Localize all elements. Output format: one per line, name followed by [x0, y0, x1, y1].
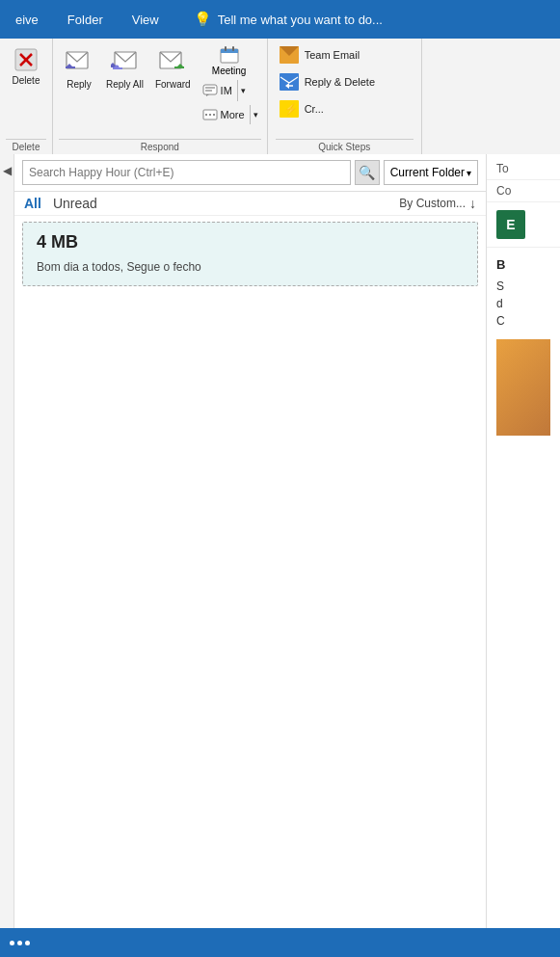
meeting-button[interactable]: Meeting	[198, 44, 261, 78]
svg-rect-18	[203, 85, 217, 94]
reply-delete-icon	[280, 72, 299, 92]
ribbon: eive Folder View 💡 Tell me what you want…	[0, 0, 560, 154]
qs-team-email-label: Team Email	[305, 49, 360, 61]
nav-view[interactable]: View	[126, 9, 165, 31]
respond-group: Reply Reply All	[53, 39, 268, 154]
delete-group-label: Delete	[6, 139, 46, 152]
folder-filter-dropdown[interactable]: Current Folder ▾	[384, 160, 478, 185]
quick-steps-items: Team Email Reply & Delete	[276, 42, 413, 137]
mail-list-panel: 🔍 Current Folder ▾ All Unread By Custom.…	[14, 154, 487, 928]
filter-unread-button[interactable]: Unread	[53, 196, 97, 211]
reply-button[interactable]: Reply	[59, 42, 99, 94]
reply-all-label: Reply All	[106, 79, 144, 91]
qs-item-reply-delete[interactable]: Reply & Delete	[276, 69, 413, 94]
forward-label: Forward	[155, 79, 191, 91]
delete-icon	[13, 46, 40, 75]
folder-filter-chevron: ▾	[467, 168, 471, 178]
sort-dropdown[interactable]: By Custom... ↓	[399, 196, 476, 211]
meeting-icon	[220, 46, 239, 66]
reply-icon	[64, 46, 94, 77]
im-button[interactable]: IM	[198, 81, 237, 100]
mail-item-size: 4 MB	[37, 232, 464, 253]
more-label: More	[221, 109, 245, 120]
reading-pane: To Co E B S d C	[487, 154, 560, 928]
quick-steps-group: Team Email Reply & Delete	[268, 39, 422, 154]
ribbon-commands: Delete Delete Repl	[0, 39, 560, 154]
qs-reply-delete-label: Reply & Delete	[305, 76, 375, 88]
ribbon-nav-bar: eive Folder View 💡 Tell me what you want…	[0, 0, 560, 39]
status-dots	[10, 941, 30, 945]
svg-text:⚡: ⚡	[284, 102, 298, 116]
delete-label: Delete	[13, 75, 40, 86]
svg-rect-17	[232, 46, 234, 51]
sidebar-collapse-button[interactable]: ◀	[0, 154, 14, 928]
reading-pane-body-date: d	[496, 295, 550, 312]
delete-group: Delete Delete	[0, 39, 53, 154]
delete-button[interactable]: Delete	[6, 42, 46, 90]
reading-pane-image	[496, 339, 550, 436]
reading-pane-attachment: E	[487, 202, 560, 248]
reply-all-button[interactable]: Reply All	[101, 42, 148, 94]
folder-filter-label: Current Folder	[390, 166, 465, 179]
svg-point-25	[213, 114, 215, 116]
respond-group-label: Respond	[59, 139, 261, 152]
create-icon: ⚡	[280, 99, 299, 119]
tell-me-text: Tell me what you want to do...	[218, 13, 383, 27]
reply-label: Reply	[67, 79, 92, 91]
svg-point-23	[205, 114, 207, 116]
search-button[interactable]: 🔍	[355, 160, 380, 185]
more-dropdown-button[interactable]: ▾	[250, 105, 261, 124]
reading-pane-body-cc: C	[496, 312, 550, 330]
more-button[interactable]: More	[198, 106, 250, 123]
right-panel-partial	[422, 39, 560, 154]
reading-pane-cc: Co	[487, 180, 560, 202]
more-row: More ▾	[198, 105, 261, 124]
status-dot-2	[17, 941, 22, 945]
reading-pane-to: To	[487, 154, 560, 180]
qs-create-label: Cr...	[305, 103, 324, 115]
meeting-label: Meeting	[212, 66, 247, 76]
tell-me-area[interactable]: 💡 Tell me what you want to do...	[194, 11, 383, 28]
reading-pane-body-subject: S	[496, 278, 550, 295]
team-email-icon	[280, 45, 299, 65]
filter-all-button[interactable]: All	[24, 196, 41, 211]
status-dot-3	[25, 941, 30, 945]
forward-button[interactable]: Forward	[150, 42, 196, 94]
svg-point-24	[209, 114, 211, 116]
collapse-icon: ◀	[3, 164, 12, 177]
qs-item-team-email[interactable]: Team Email	[276, 42, 413, 67]
status-bar	[0, 928, 560, 957]
nav-receive[interactable]: eive	[10, 9, 44, 31]
bulb-icon: 💡	[194, 11, 212, 28]
im-label: IM	[221, 85, 232, 96]
search-input[interactable]	[29, 166, 344, 179]
excel-icon: E	[496, 210, 525, 239]
search-input-wrap	[22, 160, 351, 185]
filter-row: All Unread By Custom... ↓	[14, 192, 486, 216]
im-row: IM ▾	[198, 80, 261, 101]
reply-all-icon	[109, 46, 140, 77]
respond-group-content: Reply Reply All	[59, 42, 261, 137]
reading-pane-body: B S d C	[487, 248, 560, 445]
mail-item-preview: Bom dia a todos, Segue o fecho	[37, 260, 464, 274]
svg-rect-16	[225, 46, 227, 51]
main-area: ◀ 🔍 Current Folder ▾ All Unread By Custo…	[0, 154, 560, 928]
qs-item-create[interactable]: ⚡ Cr...	[276, 96, 413, 121]
quick-steps-label: Quick Steps	[276, 139, 413, 152]
mail-list-item[interactable]: 4 MB Bom dia a todos, Segue o fecho	[22, 222, 478, 286]
status-dot-1	[10, 941, 14, 945]
search-bar: 🔍 Current Folder ▾	[14, 154, 486, 192]
nav-items: eive Folder View	[10, 0, 165, 39]
nav-folder[interactable]: Folder	[62, 9, 109, 31]
forward-icon	[157, 46, 188, 77]
im-dropdown-button[interactable]: ▾	[237, 80, 249, 101]
reading-pane-body-sender: B	[496, 257, 550, 272]
sort-label: By Custom...	[399, 197, 466, 210]
sort-arrow-icon: ↓	[469, 196, 476, 211]
delete-group-content: Delete	[6, 42, 46, 137]
svg-rect-15	[221, 49, 238, 53]
search-icon: 🔍	[359, 165, 375, 180]
